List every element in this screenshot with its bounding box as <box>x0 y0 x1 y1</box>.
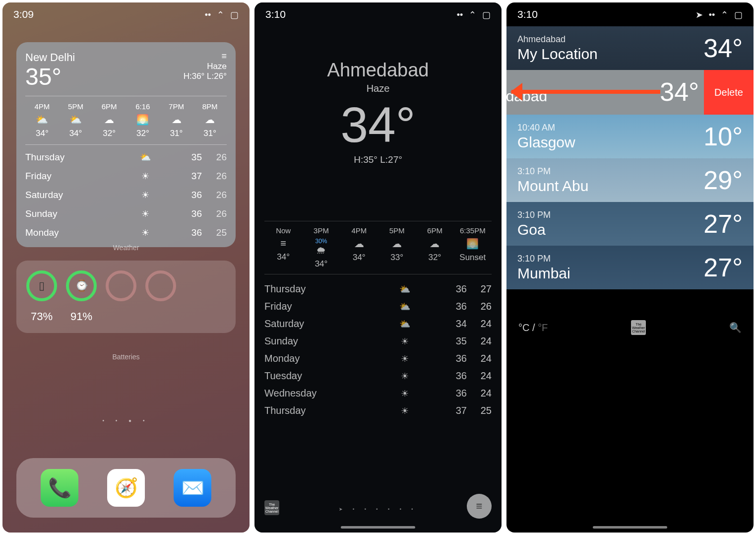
day-low: 24 <box>467 370 492 382</box>
day-high: 35 <box>177 152 202 163</box>
city-rows: 10:40 AM Glasgow 10° 3:10 PM Mount Abu 2… <box>506 115 754 289</box>
daily-row: Sunday ☀︎ 36 26 <box>25 204 227 223</box>
city-row[interactable]: 10:40 AM Glasgow 10° <box>506 115 754 158</box>
hourly-time: Now <box>264 226 302 235</box>
battery-icon: ▢ <box>482 10 491 20</box>
batteries-label: Batteries <box>2 353 250 361</box>
weather-icon: ☁︎ <box>193 114 227 126</box>
status-time: 3:09 <box>13 8 34 20</box>
battery-ring-empty1 <box>106 270 136 301</box>
phone-app-icon[interactable]: 📞 <box>41 469 78 507</box>
day-low: 26 <box>202 171 227 182</box>
day-name: Monday <box>264 353 368 364</box>
daily-row: Thursday ☀︎ 37 25 <box>264 402 492 419</box>
day-low: 25 <box>202 227 227 238</box>
daily-row: Tuesday ☀︎ 36 24 <box>264 367 492 385</box>
daily-row: Saturday ⛅ 34 24 <box>264 315 492 333</box>
weather-icon: ⛅ <box>25 114 59 126</box>
hourly-temp: 34° <box>340 253 378 263</box>
status-bar: 3:10 •• ⌃ ▢ <box>265 8 491 20</box>
city-name: Mumbai <box>517 265 570 282</box>
widget-hourly: 4PM ⛅ 34° 5PM ⛅ 34° 6PM ☁︎ 32° 6:16 🌅 32… <box>25 96 227 145</box>
hourly-cell: 4PM ☁︎ 34° <box>340 226 378 269</box>
day-high: 36 <box>442 370 467 382</box>
unit-toggle[interactable]: °C / °F <box>518 322 548 334</box>
daily-row: Thursday ⛅ 36 27 <box>264 280 492 298</box>
page-dots[interactable]: • • ● • <box>2 418 250 423</box>
signal-icon: •• <box>709 10 715 20</box>
hourly-time: 5PM <box>378 226 416 235</box>
dock: 📞 🧭 ✉️ <box>16 458 236 518</box>
weather-widget[interactable]: New Delhi 35° ≡ Haze H:36° L:26° 4PM ⛅ 3… <box>16 42 236 247</box>
location-arrow-icon: ➤ <box>695 10 703 20</box>
hourly-time: 6:16 <box>126 102 160 111</box>
city-row[interactable]: 3:10 PM Mumbai 27° <box>506 246 754 289</box>
temperature: 34° <box>254 96 502 153</box>
hourly-cell: 4PM ⛅ 34° <box>25 102 59 138</box>
city-time: 3:10 PM <box>517 254 570 264</box>
hourly-time: 6PM <box>416 226 453 235</box>
condition: Haze <box>254 83 502 94</box>
signal-icon: •• <box>457 10 463 20</box>
myloc-title: My Location <box>517 46 598 63</box>
hourly-forecast[interactable]: Now ≡ 34° 3PM 30% 🌧 34° 4PM ☁︎ 34° 5PM ☁… <box>264 221 492 274</box>
daily-forecast[interactable]: Thursday ⛅ 36 27 Friday ⛅ 36 26 Saturday… <box>264 280 492 419</box>
myloc-temp: 34° <box>703 33 743 63</box>
battery-ring-phone: ▯ <box>26 270 57 301</box>
weather-channel-icon[interactable]: The Weather Channel <box>631 320 646 335</box>
day-high: 37 <box>442 405 467 416</box>
day-name: Thursday <box>264 405 368 416</box>
wifi-icon: ⌃ <box>217 10 224 20</box>
city-row[interactable]: 3:10 PM Mount Abu 29° <box>506 158 754 202</box>
home-indicator[interactable] <box>593 526 667 529</box>
battery-pct-watch: 91% <box>66 310 97 323</box>
city-temp: 29° <box>703 165 743 195</box>
city-row[interactable]: 3:10 PM Goa 27° <box>506 202 754 246</box>
hourly-cell: 8PM ☁︎ 31° <box>193 102 227 138</box>
weather-icon: ☀︎ <box>114 171 178 182</box>
widget-temp: 35° <box>25 65 75 89</box>
home-indicator[interactable] <box>341 526 415 529</box>
wifi-icon: ⌃ <box>469 10 476 20</box>
battery-icon: ▢ <box>230 10 239 20</box>
mail-app-icon[interactable]: ✉️ <box>174 469 211 507</box>
day-high: 36 <box>442 283 467 295</box>
battery-ring-empty2 <box>145 270 176 301</box>
weather-icon: 🌧 <box>302 245 340 256</box>
batteries-widget[interactable]: ▯ ⌚ 73% 91% <box>16 261 236 333</box>
city-row-my-location[interactable]: Ahmedabad My Location 34° <box>506 26 754 70</box>
city-time: 3:10 PM <box>517 210 551 220</box>
safari-app-icon[interactable]: 🧭 <box>107 469 145 507</box>
weather-icon: ☁︎ <box>160 114 193 126</box>
city-name: Ahmedabad <box>254 60 502 81</box>
city-page-dots[interactable]: ➤ • • • • • • <box>254 507 502 512</box>
wifi-icon: ⌃ <box>721 10 728 20</box>
weather-icon: 🌅 <box>126 114 160 126</box>
weather-icon: ☀︎ <box>114 190 178 201</box>
weather-summary: Ahmedabad Haze 34° H:35° L:27° <box>254 60 502 165</box>
widget-hilo: H:36° L:26° <box>184 71 227 81</box>
search-button[interactable]: 🔍 <box>729 322 742 334</box>
weather-icon: ⛅ <box>368 284 442 295</box>
screen-home-widget: 3:09 •• ⌃ ▢ New Delhi 35° ≡ Haze H:36° L… <box>2 2 250 533</box>
day-name: Tuesday <box>264 370 368 382</box>
day-high: 36 <box>442 353 467 364</box>
city-temp: 10° <box>703 122 743 151</box>
delete-button[interactable]: Delete <box>704 70 754 115</box>
day-name: Friday <box>264 301 368 312</box>
city-list-button[interactable]: ≡ <box>467 494 492 519</box>
status-icons: •• ⌃ ▢ <box>202 8 239 20</box>
signal-icon: •• <box>205 10 211 20</box>
day-name: Wednesday <box>264 388 368 399</box>
weather-icon: ⛅ <box>368 319 442 330</box>
hourly-temp: 31° <box>193 129 227 138</box>
weather-icon: ⛅ <box>114 152 178 163</box>
day-low: 24 <box>467 388 492 399</box>
daily-row: Friday ⛅ 36 26 <box>264 298 492 315</box>
list-bottom-bar: °C / °F The Weather Channel 🔍 <box>506 312 754 343</box>
city-row-swiped[interactable]: edabad 34° Delete <box>506 70 754 115</box>
unit-celsius: °C <box>518 322 529 333</box>
hourly-cell: 5PM ⛅ 34° <box>59 102 93 138</box>
city-name: Glasgow <box>517 134 575 151</box>
day-high: 36 <box>442 388 467 399</box>
